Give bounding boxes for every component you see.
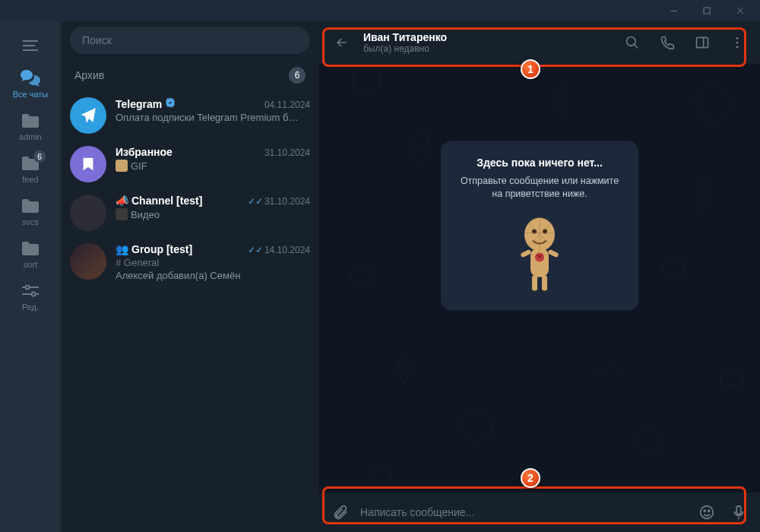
svg-point-35 [701,506,714,519]
megaphone-icon: 📣 [116,195,128,207]
folder-icon [22,240,39,257]
archive-count: 6 [289,67,306,84]
annotation-number-2: 2 [521,468,540,488]
chat-preview: Оплата подписки Telegram Premium б… [116,112,310,123]
svg-point-19 [627,37,636,46]
svg-rect-1 [704,8,710,14]
chat-preview: Видео [131,209,160,220]
rail-edit-folders[interactable]: Ред. [0,275,61,318]
preview-thumb [116,160,128,172]
svg-rect-38 [736,506,741,515]
svg-point-23 [736,37,739,40]
rail-folder-sort[interactable]: sort [0,233,61,275]
svg-point-13 [663,258,685,280]
avatar [70,97,106,134]
avatar [70,195,106,231]
rail-all-chats[interactable]: Все чаты [0,62,61,105]
svg-point-36 [704,510,705,511]
chat-list-panel: Поиск Архив 6 Telegram 04.11.2024 Оплата… [61,21,319,532]
message-composer [319,492,760,532]
window-maximize-button[interactable] [690,0,724,21]
svg-point-25 [736,46,739,48]
emoji-button[interactable] [695,500,719,524]
sidebar-toggle-button[interactable] [689,29,716,56]
read-ticks-icon: ✓✓ [248,196,263,207]
avatar [70,146,106,182]
folder-icon [22,198,39,214]
rail-label: Все чаты [13,90,49,99]
empty-title: Здесь пока ничего нет... [459,156,620,168]
svg-point-15 [637,429,662,454]
chat-item-channel[interactable]: 📣 Channel [test] ✓✓31.10.2024 Видео [61,188,319,237]
chat-date: 14.10.2024 [264,245,310,255]
folder-rail: Все чаты admin 6 feed svcs sort Ред. [0,21,61,532]
menu-button[interactable] [0,29,61,62]
chat-name: Telegram [116,98,162,110]
rail-label: svcs [22,217,39,226]
chat-name: Channel [test] [131,195,202,207]
svg-rect-32 [547,249,559,258]
svg-point-16 [372,464,391,483]
folder-icon [22,112,39,129]
sliders-icon [22,283,39,299]
svg-rect-29 [530,248,549,277]
chat-item-telegram[interactable]: Telegram 04.11.2024 Оплата подписки Tele… [61,91,319,140]
svg-line-20 [635,45,638,49]
search-placeholder: Поиск [82,34,112,46]
preview-thumb [116,208,128,220]
chat-item-saved[interactable]: Избранное 31.10.2024 GIF [61,140,319,188]
svg-point-24 [736,42,739,44]
rail-folder-feed[interactable]: 6 feed [0,147,61,190]
rail-label: admin [19,132,42,141]
chat-item-group[interactable]: 👥 Group [test] ✓✓14.10.2024 # General Ал… [61,237,319,287]
rail-folder-svcs[interactable]: svcs [0,190,61,233]
titlebar [0,0,760,21]
chat-title-block[interactable]: Иван Титаренко был(а) недавно [363,31,611,54]
voice-button[interactable] [727,500,751,524]
read-ticks-icon: ✓✓ [248,245,263,255]
svg-point-10 [32,293,36,296]
empty-body: Отправьте сообщение или нажмите на приве… [459,174,620,201]
rail-folder-admin[interactable]: admin [0,105,61,147]
svg-rect-18 [720,371,743,385]
chat-name: Group [test] [131,243,192,255]
svg-rect-33 [532,275,537,290]
annotation-number-1: 1 [521,59,540,79]
chat-date: 04.11.2024 [264,100,310,110]
rail-label: sort [24,260,37,269]
chat-preview: Алексей добавил(а) Семён [116,270,310,281]
chat-date: 31.10.2024 [264,196,310,207]
svg-rect-21 [697,37,708,47]
empty-chat-card[interactable]: Здесь пока ничего нет... Отправьте сообщ… [441,141,638,310]
verified-icon [165,97,176,110]
svg-point-12 [695,86,730,121]
attach-button[interactable] [328,500,353,524]
window-minimize-button[interactable] [657,0,690,21]
chat-name: Избранное [116,146,173,158]
chat-status: был(а) недавно [363,43,611,54]
svg-rect-34 [542,275,547,290]
chat-title: Иван Титаренко [363,31,611,43]
search-in-chat-button[interactable] [619,29,646,56]
back-button[interactable] [328,29,356,56]
more-button[interactable] [724,29,751,56]
call-button[interactable] [654,29,681,56]
chat-header: Иван Титаренко был(а) недавно [319,21,760,64]
group-icon: 👥 [116,243,128,255]
svg-rect-17 [350,269,374,285]
archive-label: Архив [74,69,104,81]
archive-row[interactable]: Архив 6 [61,59,319,91]
greeting-sticker[interactable] [505,211,574,295]
message-input[interactable] [360,506,687,518]
chat-pane: Иван Титаренко был(а) недавно Здесь пока… [319,21,760,532]
avatar [70,243,106,280]
svg-point-14 [461,410,492,442]
chat-bubbles-icon [21,70,40,87]
rail-badge: 6 [33,150,46,163]
rail-label: Ред. [22,302,39,312]
window-close-button[interactable] [724,0,757,21]
search-input[interactable]: Поиск [70,27,310,54]
chat-date: 31.10.2024 [264,147,310,158]
topic-label: # General [116,257,310,268]
svg-point-37 [708,510,710,511]
